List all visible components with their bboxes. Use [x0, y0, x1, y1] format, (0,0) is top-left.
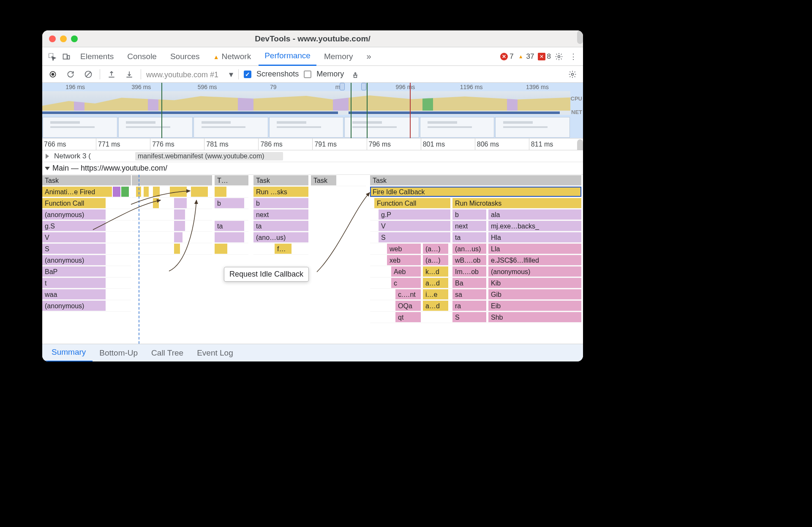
flame-event[interactable]: S — [42, 244, 106, 254]
recording-selector[interactable]: www.youtube.com #1 ▾ — [146, 69, 233, 79]
main-section-header[interactable]: Main — https://www.youtube.com/ — [42, 162, 583, 175]
flame-event[interactable]: Ba — [452, 278, 486, 288]
close-icon[interactable] — [49, 35, 56, 42]
tab-call-tree[interactable]: Call Tree — [144, 344, 190, 362]
flame-event[interactable]: Hla — [488, 232, 581, 242]
zoom-icon[interactable] — [71, 35, 78, 42]
flame-event[interactable]: BaP — [42, 266, 106, 277]
tab-network[interactable]: Network — [207, 47, 257, 66]
flame-event[interactable]: S — [379, 232, 450, 242]
flame-event[interactable] — [121, 187, 129, 197]
tab-console[interactable]: Console — [121, 47, 163, 66]
inspect-element-icon[interactable] — [46, 50, 58, 63]
flame-event[interactable]: g.P — [379, 209, 450, 220]
flame-event[interactable]: (anonymous) — [488, 266, 581, 277]
flame-event[interactable]: c.…nt — [395, 289, 421, 299]
device-toolbar-icon[interactable] — [60, 50, 73, 63]
flame-event[interactable]: mj.exe…backs_ — [488, 221, 581, 231]
flame-event-selected[interactable]: Fire Idle Callback — [370, 187, 581, 197]
scrollbar-thumb[interactable] — [577, 30, 583, 44]
flame-event[interactable]: b — [253, 198, 308, 208]
flame-event[interactable]: ra — [452, 301, 486, 311]
network-section-row[interactable]: Network 3 ( manifest.webmanifest (www.yo… — [42, 150, 583, 162]
flame-event[interactable]: Aeb — [391, 266, 421, 277]
clear-icon[interactable] — [82, 68, 95, 81]
collapse-icon[interactable] — [45, 167, 50, 170]
settings-gear-icon[interactable] — [553, 50, 565, 63]
capture-settings-gear-icon[interactable] — [566, 68, 579, 81]
error-count[interactable]: ✕ 7 — [500, 52, 513, 61]
flame-event[interactable]: k…d — [423, 266, 448, 277]
flame-task[interactable]: Task — [253, 175, 308, 185]
warning-count[interactable]: ▲ 37 — [517, 52, 534, 61]
reload-record-icon[interactable] — [64, 68, 77, 81]
flame-event[interactable]: ta — [452, 232, 486, 242]
flame-event[interactable]: Lla — [488, 244, 581, 254]
flame-event[interactable]: b — [215, 198, 244, 208]
overview-selection-handle[interactable] — [340, 83, 345, 90]
flame-task[interactable]: Task — [42, 175, 131, 185]
flame-event[interactable]: (anonymous) — [42, 209, 106, 220]
flame-event[interactable] — [174, 209, 185, 220]
overview-timeline[interactable]: 196 ms 396 ms 596 ms 79 ms 996 ms 1196 m… — [42, 83, 583, 139]
flame-event[interactable]: next — [452, 221, 486, 231]
upload-icon[interactable] — [105, 68, 118, 81]
tab-sources[interactable]: Sources — [164, 47, 206, 66]
flame-event[interactable]: i…e — [423, 289, 448, 299]
memory-checkbox[interactable] — [304, 71, 311, 78]
flame-event[interactable]: web — [387, 244, 421, 254]
flame-event[interactable]: qt — [395, 312, 421, 322]
screenshots-checkbox[interactable] — [244, 71, 251, 78]
flame-event[interactable]: Animati…e Fired — [42, 187, 112, 197]
kebab-menu-icon[interactable]: ⋮ — [567, 50, 580, 63]
record-button-icon[interactable] — [46, 68, 59, 81]
flame-event[interactable]: Function Call — [374, 198, 450, 208]
flame-event[interactable]: f… — [275, 244, 292, 254]
overview-selection-handle[interactable] — [361, 83, 366, 90]
flame-event[interactable]: waa — [42, 289, 106, 299]
flame-event[interactable]: (ano…us) — [253, 232, 308, 242]
flame-event[interactable]: ta — [215, 221, 244, 231]
flame-event[interactable]: b — [452, 209, 486, 220]
flame-event[interactable]: Shb — [488, 312, 581, 322]
tab-memory[interactable]: Memory — [318, 47, 359, 66]
flame-event[interactable]: Run Microtasks — [452, 198, 581, 208]
flame-event[interactable]: Eib — [488, 301, 581, 311]
flame-event[interactable]: next — [253, 209, 308, 220]
flame-event[interactable]: Kib — [488, 278, 581, 288]
flame-event[interactable]: V — [379, 221, 450, 231]
tab-event-log[interactable]: Event Log — [190, 344, 240, 362]
flame-event[interactable]: ta — [253, 221, 308, 231]
flame-event[interactable]: ala — [488, 209, 581, 220]
flame-chart[interactable]: Task Animati…e Fired Function Call (anon… — [42, 175, 583, 344]
flame-event[interactable]: sa — [452, 289, 486, 299]
flame-event[interactable] — [144, 187, 149, 197]
flame-event[interactable] — [191, 187, 208, 197]
flame-event[interactable] — [113, 187, 120, 197]
expand-icon[interactable] — [46, 154, 49, 159]
flame-event[interactable]: t — [42, 278, 106, 288]
flame-event[interactable] — [174, 198, 187, 208]
flame-event[interactable] — [174, 244, 180, 254]
tab-elements[interactable]: Elements — [74, 47, 120, 66]
flame-task[interactable]: T… — [215, 175, 248, 185]
flame-event[interactable]: (anonymous) — [42, 255, 106, 265]
flame-event[interactable]: (a…) — [423, 255, 448, 265]
flame-task[interactable]: Task — [370, 175, 581, 185]
flame-event[interactable] — [170, 187, 187, 197]
flame-event[interactable] — [215, 232, 244, 242]
flame-event[interactable]: V — [42, 232, 106, 242]
flame-event[interactable] — [215, 187, 226, 197]
flame-event[interactable] — [215, 244, 227, 254]
flame-event[interactable]: (anonymous) — [42, 301, 106, 311]
flame-event[interactable] — [153, 198, 159, 208]
flame-event[interactable]: a…d — [423, 301, 448, 311]
flame-event[interactable]: (an…us) — [452, 244, 486, 254]
flame-task[interactable] — [132, 175, 212, 185]
flame-event[interactable]: Gib — [488, 289, 581, 299]
flame-event[interactable]: a…d — [423, 278, 448, 288]
flame-event[interactable]: e.JSC$6…lfilled — [488, 255, 581, 265]
tab-summary[interactable]: Summary — [45, 344, 93, 362]
flame-event[interactable]: S — [452, 312, 486, 322]
download-icon[interactable] — [123, 68, 136, 81]
